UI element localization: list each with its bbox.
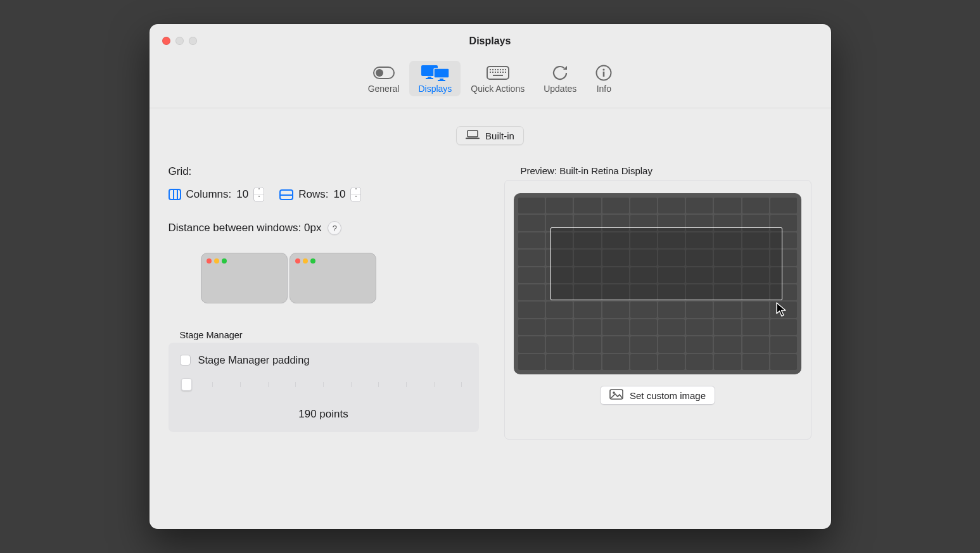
svg-rect-21 [502, 72, 504, 73]
grid-cell [602, 198, 629, 213]
grid-cell [714, 319, 741, 335]
grid-cell [742, 198, 769, 213]
red-dot-icon [295, 258, 300, 264]
svg-rect-17 [492, 72, 493, 73]
rows-icon [279, 189, 293, 200]
tab-quick-actions[interactable]: Quick Actions [462, 61, 533, 96]
grid-cell [574, 198, 601, 213]
rows-value: 10 [333, 188, 345, 201]
toggle-icon [373, 65, 395, 81]
distance-preview [169, 253, 409, 303]
grid-cell [714, 354, 741, 370]
tab-updates[interactable]: Updates [535, 61, 585, 96]
svg-rect-9 [490, 69, 491, 70]
content-area: Built-in Grid: Columns: 10 ˄ ˅ [150, 108, 831, 529]
stage-manager-group: Stage Manager padding 190 points [169, 343, 479, 432]
grid-cell [714, 302, 741, 317]
green-dot-icon [222, 258, 227, 264]
tab-label: Updates [544, 84, 576, 94]
grid-cell [518, 284, 545, 300]
grid-cell [546, 336, 573, 352]
grid-cell [602, 302, 629, 317]
tab-label: Displays [418, 84, 452, 94]
svg-rect-13 [500, 69, 501, 70]
grid-cell [658, 302, 685, 317]
grid-cell [630, 302, 657, 317]
close-window-button[interactable] [162, 37, 170, 45]
picture-icon [609, 389, 623, 402]
grid-cell [686, 336, 713, 352]
svg-rect-23 [493, 75, 503, 76]
svg-rect-18 [495, 72, 496, 73]
chevron-up-icon[interactable]: ˄ [254, 188, 264, 194]
grid-cell [574, 354, 601, 370]
tab-info[interactable]: Info [587, 61, 621, 96]
svg-rect-26 [603, 72, 605, 77]
stage-manager-value: 190 points [180, 408, 468, 421]
preview-selection[interactable] [550, 227, 782, 300]
stage-manager-legend: Stage Manager [180, 330, 479, 340]
chevron-down-icon[interactable]: ˅ [351, 194, 360, 201]
rows-stepper[interactable]: ˄ ˅ [350, 187, 361, 202]
grid-cell [742, 336, 769, 352]
grid-cell [686, 302, 713, 317]
displays-icon [419, 65, 452, 81]
grid-cell [686, 354, 713, 370]
grid-cell [742, 302, 769, 317]
display-selector[interactable]: Built-in [456, 126, 524, 145]
minimize-window-button[interactable] [175, 37, 184, 45]
yellow-dot-icon [303, 258, 308, 264]
svg-point-1 [376, 69, 383, 77]
grid-cell [742, 319, 769, 335]
grid-cell [574, 336, 601, 352]
set-custom-image-label: Set custom image [630, 390, 706, 401]
svg-rect-19 [497, 72, 499, 73]
grid-cell [658, 319, 685, 335]
tab-general[interactable]: General [359, 61, 409, 96]
preferences-window: Displays General Displays [150, 24, 831, 529]
grid-cell [658, 354, 685, 370]
tab-displays[interactable]: Displays [409, 61, 461, 96]
grid-cell [630, 319, 657, 335]
green-dot-icon [310, 258, 315, 264]
yellow-dot-icon [214, 258, 219, 264]
slider-thumb[interactable] [181, 378, 192, 391]
window-title: Displays [150, 35, 831, 47]
grid-cell [770, 319, 797, 335]
svg-rect-22 [505, 72, 506, 73]
stage-manager-padding-label: Stage Manager padding [198, 354, 310, 366]
toolbar: General Displays Quick Actions [150, 58, 831, 108]
zoom-window-button[interactable] [189, 37, 197, 45]
svg-rect-28 [466, 138, 480, 139]
svg-rect-16 [490, 72, 491, 73]
refresh-icon [550, 65, 570, 81]
preview-screen[interactable] [514, 193, 801, 374]
columns-stepper[interactable]: ˄ ˅ [253, 187, 264, 202]
grid-cell [686, 198, 713, 213]
stage-manager-padding-checkbox[interactable] [180, 355, 191, 365]
chevron-down-icon[interactable]: ˅ [254, 194, 264, 201]
help-button[interactable]: ? [328, 221, 341, 235]
svg-rect-6 [440, 79, 443, 80]
grid-cell [602, 336, 629, 352]
svg-rect-12 [497, 69, 499, 70]
chevron-up-icon[interactable]: ˄ [351, 188, 360, 194]
slider-ticks [185, 382, 462, 387]
grid-cell [518, 232, 545, 248]
svg-rect-7 [438, 80, 445, 81]
grid-cell [518, 319, 545, 335]
distance-label: Distance between windows: 0px [169, 222, 322, 234]
grid-cell [770, 354, 797, 370]
svg-rect-14 [502, 69, 504, 70]
grid-cell [546, 354, 573, 370]
grid-cell [518, 336, 545, 352]
grid-cell [574, 302, 601, 317]
grid-cell [518, 198, 545, 213]
set-custom-image-button[interactable]: Set custom image [600, 386, 715, 405]
grid-cell [630, 354, 657, 370]
grid-cell [518, 215, 545, 231]
stage-manager-slider[interactable] [180, 383, 468, 386]
svg-point-25 [603, 68, 605, 70]
grid-cell [714, 198, 741, 213]
mini-window [290, 253, 376, 303]
